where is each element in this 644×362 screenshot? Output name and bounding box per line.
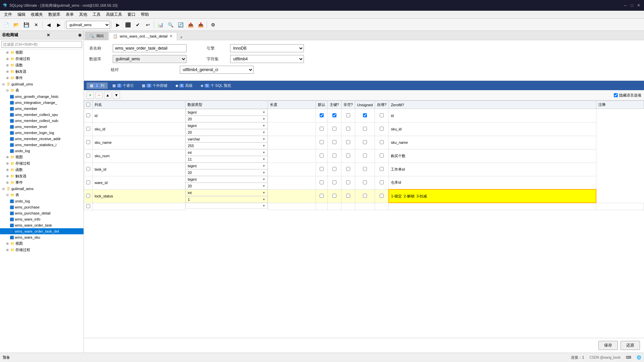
cell-column-name[interactable]: lock_status [93,189,185,203]
tab-strip-sql[interactable]: ◈ 5 个 SQL 预览 [197,82,234,89]
select-all-checkbox[interactable] [86,103,90,107]
cell-data-type[interactable]: int▼ [185,189,268,196]
type-dropdown-icon[interactable]: ▼ [262,137,265,141]
row-select-checkbox[interactable] [86,180,90,184]
cell-data-type[interactable]: bigint▼ [185,163,268,169]
detail-tab-close[interactable]: ✕ [169,34,173,39]
cell-default[interactable] [268,163,316,176]
comment-input[interactable] [391,194,594,198]
type-dropdown-icon[interactable]: ▼ [262,191,265,194]
sidebar-item-ums-undolog[interactable]: 🟦undo_log [0,148,84,154]
sidebar-item-ums-growth[interactable]: 🟦ums_growth_change_histc [0,94,84,100]
type-dropdown-icon[interactable]: ▼ [262,164,265,168]
close-button[interactable]: ✕ [636,3,641,8]
add-row-button[interactable]: + [87,92,94,99]
not-null-checkbox[interactable] [332,127,336,131]
autoincrement-checkbox[interactable] [363,127,367,131]
cell-default[interactable] [268,136,316,149]
toolbar-query[interactable]: 🔍 [166,20,175,29]
engine-select[interactable]: InnoDB [230,44,304,52]
toolbar-rollback[interactable]: ↩ [143,20,153,29]
length-dropdown-icon[interactable]: ▼ [262,144,265,147]
autoincrement-checkbox[interactable] [363,180,367,184]
cell-default[interactable] [268,109,316,123]
primary-key-checkbox[interactable] [320,180,324,184]
type-dropdown-icon[interactable]: ▼ [262,151,265,154]
row-select-checkbox[interactable] [86,127,90,131]
row-select-checkbox[interactable] [86,154,90,158]
cell-length[interactable]: 20▼ [185,116,268,122]
sidebar-close-icon[interactable]: ✕ [47,33,50,38]
toolbar-stop[interactable]: ⬛ [123,20,132,29]
toolbar-import[interactable]: 📥 [196,20,205,29]
tab-query[interactable]: 🔍 询问 [85,32,108,40]
tab-strip-columns[interactable]: ▦ 1 列 [87,82,108,89]
toolbar-back[interactable]: ◀ [44,20,53,29]
sidebar-item-procs1[interactable]: ⊕📁存储过程 [0,56,84,62]
sidebar-item-ums-receive[interactable]: 🟦ums_member_receive_addr [0,136,84,142]
cell-default[interactable] [268,149,316,163]
sidebar-item-triggers1[interactable]: ⊕📁触发器 [0,68,84,75]
autoincrement-checkbox[interactable] [363,113,367,117]
cell-comment[interactable]: id [389,109,596,123]
database-select[interactable]: gulimall_wms [113,55,186,63]
toolbar-open[interactable]: 📂 [11,20,21,29]
autoincrement-checkbox[interactable] [363,167,367,171]
sidebar-item-ums-collect-sub[interactable]: 🟦ums_member_collect_sub: [0,118,84,124]
cell-column-name[interactable]: sku_id [93,122,185,136]
sidebar-item-ums-member[interactable]: 🟦ums_member [0,106,84,112]
tab-strip-foreign-keys[interactable]: ▦ 3 个外部键 [139,82,171,89]
database-selector[interactable]: gulimall_wms [66,21,110,29]
length-dropdown-icon[interactable]: ▼ [262,198,265,201]
zerofill-checkbox[interactable] [380,180,384,184]
menu-table[interactable]: 表单 [63,11,76,18]
add-tab-button[interactable]: + [178,35,184,40]
toolbar-export[interactable]: 📤 [186,20,195,29]
cell-length[interactable]: 20▼ [185,183,268,189]
not-null-checkbox[interactable] [332,140,336,144]
toolbar-commit[interactable]: ✔ [133,20,143,29]
remove-row-button[interactable]: − [95,92,103,99]
primary-key-checkbox[interactable] [320,154,324,158]
length-dropdown-icon[interactable]: ▼ [262,184,265,188]
sidebar-item-wms-ware-info[interactable]: 🟦wms_ware_info [0,216,84,222]
unsigned-checkbox[interactable] [346,167,350,171]
unsigned-checkbox[interactable] [346,140,350,144]
menu-file[interactable]: 文件 [1,11,15,18]
sidebar-item-tables-wms[interactable]: ⊖📁表 [0,192,84,198]
move-up-button[interactable]: ▲ [104,92,111,99]
row-select-checkbox[interactable] [86,113,90,117]
cell-comment[interactable]: 购买个数 [389,149,596,163]
toolbar-save[interactable]: 💾 [21,20,31,29]
zerofill-checkbox[interactable] [380,194,384,198]
row-select-checkbox[interactable] [86,194,90,198]
menu-help[interactable]: 帮助 [138,11,152,18]
primary-key-checkbox[interactable] [320,194,324,198]
row-select-checkbox[interactable] [86,140,90,144]
restore-button[interactable]: 还原 [621,341,640,350]
length-dropdown-icon[interactable]: ▼ [262,171,265,174]
tab-detail[interactable]: 📋 wms_ware_ord..._task_detail ✕ [109,32,177,40]
cell-data-type[interactable]: varchar▼ [185,136,268,142]
save-button[interactable]: 保存 [598,341,618,350]
cell-comment[interactable] [389,189,596,203]
cell-length[interactable]: 11▼ [185,156,268,163]
sidebar-item-events-ums[interactable]: ⊕📁事件 [0,179,84,186]
menu-window[interactable]: 窗口 [125,11,138,18]
not-null-checkbox[interactable] [332,180,336,184]
sidebar-item-gulimall-ums[interactable]: ⊖🗄gulimall_ums [0,81,84,87]
menu-tools[interactable]: 工具 [90,11,103,18]
zerofill-checkbox[interactable] [380,167,384,171]
cell-data-type[interactable]: bigint▼ [185,122,268,129]
cell-column-name[interactable]: sku_name [93,136,185,149]
zerofill-checkbox[interactable] [380,127,384,131]
sidebar-item-gulimall-wms[interactable]: ⊖🗄gulimall_wms [0,186,84,192]
cell-length[interactable]: 20▼ [185,129,268,136]
sidebar-item-wms-purchase[interactable]: 🟦wms_purchase [0,204,84,210]
toolbar-execute[interactable]: ▶ [113,20,122,29]
not-null-checkbox[interactable] [332,167,336,171]
primary-key-checkbox[interactable] [320,167,324,171]
cell-length[interactable]: 20▼ [185,169,268,176]
not-null-checkbox[interactable] [332,113,336,117]
move-down-button[interactable]: ▼ [113,92,120,99]
